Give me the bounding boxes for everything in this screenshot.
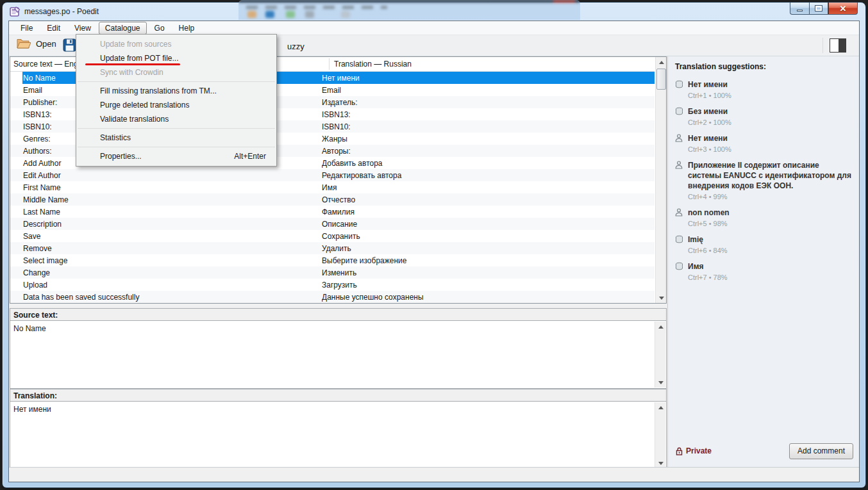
table-row[interactable]: DescriptionОписание (10, 218, 655, 230)
suggestion-item-2[interactable]: Без имениCtrl+2 • 100% (675, 106, 853, 129)
table-row[interactable]: First NameИмя (10, 181, 655, 193)
suggestion-shortcut: Ctrl+2 • 100% (688, 118, 853, 126)
translation-label: Translation: (10, 389, 667, 402)
translation-cell: Выберите изображение (322, 256, 655, 265)
maximize-icon (815, 6, 822, 11)
translation-cell: ISBN13: (322, 110, 655, 119)
open-folder-icon (17, 38, 31, 49)
source-cell: Upload (22, 281, 322, 290)
source-cell: Select image (22, 256, 322, 265)
scroll-down-button[interactable] (655, 377, 666, 388)
suggestion-item-4[interactable]: Приложение II содержит описание системы … (675, 160, 853, 203)
menu-item-purge-deleted-translations[interactable]: Purge deleted translations (76, 98, 276, 112)
menu-item-validate-translations[interactable]: Validate translations (76, 112, 276, 126)
row-content: Middle NameОтчество (22, 193, 655, 206)
menu-item-update-from-sources: Update from sources (76, 37, 276, 51)
scroll-down-button[interactable] (656, 293, 667, 303)
catalogue-dropdown-menu: Update from sourcesUpdate from POT file.… (76, 34, 277, 167)
source-text-area[interactable]: No Name (10, 321, 667, 389)
table-row[interactable]: Data has been saved successfullyДанные у… (10, 291, 655, 303)
menu-item-label: Update from POT file... (100, 54, 266, 63)
suggestion-item-6[interactable]: ImięCtrl+6 • 84% (675, 234, 853, 257)
translation-cell: Данные успешно сохранены (322, 293, 655, 302)
scroll-up-icon (659, 61, 664, 64)
suggestions-list: Нет имениCtrl+1 • 100%Без имениCtrl+2 • … (675, 79, 853, 288)
table-row[interactable]: Last NameФамилия (10, 206, 655, 218)
row-gutter (10, 84, 22, 96)
scroll-up-button[interactable] (655, 402, 666, 412)
table-row[interactable]: Middle NameОтчество (10, 193, 655, 206)
grid-scrollbar-thumb[interactable] (656, 69, 666, 90)
scroll-up-icon (658, 406, 664, 409)
row-gutter (10, 96, 22, 108)
suggestion-body: non nomenCtrl+5 • 98% (688, 208, 853, 230)
menubar-item-go[interactable]: Go (148, 22, 171, 35)
menu-item-properties[interactable]: Properties...Alt+Enter (76, 149, 276, 163)
private-toggle[interactable]: Private (676, 446, 712, 455)
table-row[interactable]: SaveСохранить (10, 230, 655, 242)
grid-scrollbar[interactable] (655, 57, 666, 303)
menubar-item-file[interactable]: File (14, 22, 39, 35)
sidebar-toggle-button[interactable] (830, 38, 846, 53)
translation-cell: Нет имени (322, 74, 655, 83)
scroll-up-button[interactable] (655, 322, 666, 332)
menubar-item-help[interactable]: Help (172, 22, 201, 35)
person-icon (675, 160, 688, 203)
minimize-button[interactable] (790, 3, 809, 15)
title-bar[interactable]: messages.po - Poedit ✕ (3, 3, 865, 20)
poedit-app-icon (10, 6, 21, 17)
status-bar (9, 467, 859, 482)
column-divider[interactable] (329, 58, 330, 70)
open-button[interactable]: Open (17, 38, 56, 49)
table-row[interactable]: UploadЗагрузить (10, 279, 655, 291)
source-cell: Data has been saved successfully (22, 293, 322, 302)
suggestion-item-1[interactable]: Нет имениCtrl+1 • 100% (675, 79, 853, 102)
window-title: messages.po - Poedit (24, 7, 99, 16)
row-content: ChangeИзменить (22, 266, 655, 279)
translation-cell: Редактировать автора (322, 171, 655, 180)
suggestions-title: Translation suggestions: (675, 62, 766, 71)
person-icon (675, 133, 688, 156)
suggestion-text: Нет имени (688, 133, 853, 143)
close-button[interactable]: ✕ (828, 3, 858, 15)
translation-cell: Отчество (322, 195, 655, 204)
menu-item-statistics[interactable]: Statistics (76, 131, 276, 145)
column-header-translation[interactable]: Translation — Russian (334, 60, 412, 69)
table-row[interactable]: ChangeИзменить (10, 266, 655, 279)
row-content: Last NameФамилия (22, 206, 655, 218)
suggestion-body: Без имениCtrl+2 • 100% (688, 106, 853, 129)
add-comment-button[interactable]: Add comment (789, 443, 853, 459)
translation-cell: Авторы: (322, 147, 655, 156)
suggestion-text: Без имени (688, 106, 853, 117)
menu-item-label: Update from sources (100, 40, 266, 49)
suggestions-sidebar: Translation suggestions: Нет имениCtrl+1… (667, 56, 859, 467)
row-content: Data has been saved successfullyДанные у… (22, 291, 655, 303)
row-content: Edit AuthorРедактировать автора (22, 169, 655, 181)
source-cell: Description (22, 220, 322, 229)
menu-item-fill-missing-translations-from-tm[interactable]: Fill missing translations from TM... (76, 84, 276, 98)
suggestion-item-3[interactable]: Нет имениCtrl+3 • 100% (675, 133, 853, 156)
fuzzy-toggle-label[interactable]: uzzy (287, 42, 305, 51)
menubar-item-view[interactable]: View (68, 22, 97, 35)
suggestion-item-7[interactable]: ИмяCtrl+7 • 78% (675, 261, 853, 284)
menubar-item-edit[interactable]: Edit (40, 22, 67, 35)
translation-cell: Email (322, 86, 655, 95)
table-row[interactable]: Edit AuthorРедактировать автора (10, 169, 655, 181)
row-content: DescriptionОписание (22, 218, 655, 230)
maximize-button[interactable] (809, 3, 828, 15)
row-gutter (10, 206, 22, 218)
translation-scrollbar[interactable] (655, 402, 665, 468)
translation-text-area[interactable]: Нет имени (10, 402, 667, 470)
suggestion-text: Приложение II содержит описание системы … (688, 160, 853, 191)
menu-item-label: Properties... (100, 152, 234, 161)
suggestion-item-5[interactable]: non nomenCtrl+5 • 98% (675, 208, 853, 230)
scroll-up-button[interactable] (656, 57, 667, 67)
table-row[interactable]: Select imageВыберите изображение (10, 254, 655, 266)
source-scrollbar[interactable] (655, 322, 665, 388)
menubar-item-catalogue[interactable]: Catalogue (99, 22, 147, 35)
menu-item-update-from-pot-file[interactable]: Update from POT file... (76, 51, 276, 65)
close-icon: ✕ (840, 4, 847, 13)
row-gutter (10, 242, 22, 254)
table-row[interactable]: RemoveУдалить (10, 242, 655, 254)
menu-item-label: Purge deleted translations (100, 101, 266, 110)
